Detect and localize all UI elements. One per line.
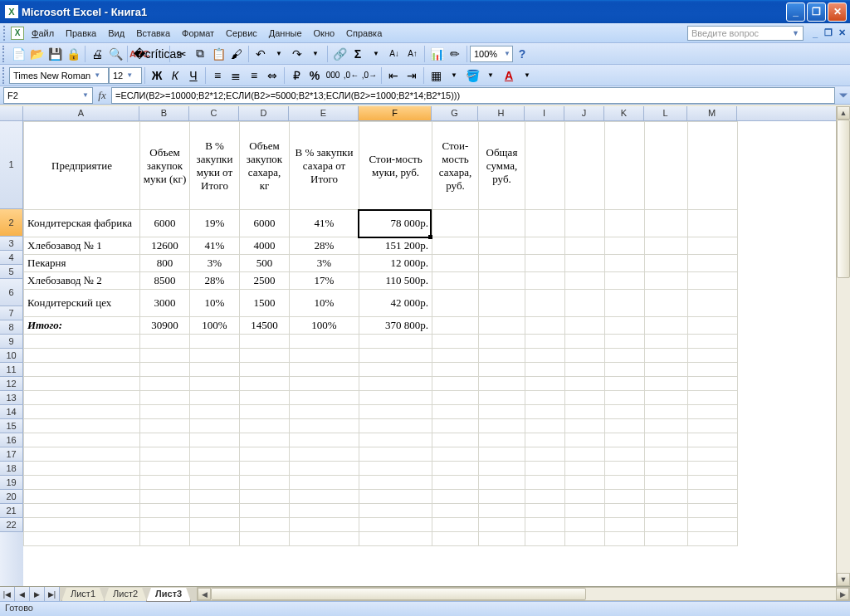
cell[interactable]: [240, 419, 290, 433]
column-header[interactable]: A: [23, 106, 139, 120]
chart-wizard-icon[interactable]: 📊: [427, 45, 446, 63]
cell[interactable]: [432, 210, 479, 237]
comma-style-icon[interactable]: 000: [324, 66, 342, 85]
cell[interactable]: [525, 377, 565, 391]
cell[interactable]: [565, 272, 605, 290]
cell[interactable]: [359, 377, 432, 391]
sort-desc-icon[interactable]: A↑: [403, 45, 422, 63]
research-icon[interactable]: �críticas: [149, 45, 167, 63]
row-header[interactable]: 9: [0, 335, 23, 349]
print-preview-icon[interactable]: 🔍: [106, 45, 125, 63]
cell[interactable]: [479, 518, 525, 532]
cut-icon[interactable]: ✂: [173, 45, 191, 63]
cell[interactable]: [565, 391, 605, 405]
cell[interactable]: [240, 518, 290, 532]
last-tab-icon[interactable]: ▶|: [45, 587, 60, 601]
column-header[interactable]: M: [687, 106, 737, 120]
cell[interactable]: [24, 363, 140, 377]
scroll-thumb[interactable]: [211, 588, 586, 600]
cell[interactable]: [565, 349, 605, 363]
cell[interactable]: Стои-мость муки, руб.: [359, 122, 432, 210]
cell[interactable]: [190, 532, 240, 546]
cell[interactable]: [479, 504, 525, 518]
cell[interactable]: Общая сумма, руб.: [479, 122, 525, 210]
cell[interactable]: [688, 391, 738, 405]
cell[interactable]: [645, 317, 688, 335]
cell[interactable]: [688, 377, 738, 391]
cell[interactable]: 14500: [240, 317, 290, 335]
cell[interactable]: [479, 210, 525, 237]
cell[interactable]: [24, 433, 140, 447]
cell[interactable]: [24, 490, 140, 504]
italic-icon[interactable]: К: [166, 66, 184, 85]
cell[interactable]: [190, 335, 240, 349]
cell[interactable]: [479, 377, 525, 391]
cell[interactable]: [688, 210, 738, 237]
cell[interactable]: [432, 255, 479, 272]
borders-icon[interactable]: ▦: [427, 66, 445, 85]
cell[interactable]: 10%: [290, 290, 359, 317]
row-header[interactable]: 2: [0, 209, 23, 237]
cell[interactable]: [479, 419, 525, 433]
cell[interactable]: [240, 363, 290, 377]
row-header[interactable]: 15: [0, 419, 23, 433]
cell[interactable]: [140, 462, 190, 476]
row-header[interactable]: 19: [0, 476, 23, 490]
cell[interactable]: [432, 272, 479, 290]
cell[interactable]: [432, 490, 479, 504]
cell[interactable]: Хлебозавод № 2: [24, 272, 140, 290]
cell[interactable]: [688, 490, 738, 504]
paste-icon[interactable]: 📋: [209, 45, 227, 63]
cell[interactable]: [688, 122, 738, 210]
cell[interactable]: [140, 335, 190, 349]
doc-close-button[interactable]: ✕: [835, 27, 848, 39]
cell[interactable]: 30900: [140, 317, 190, 335]
cell[interactable]: [645, 122, 688, 210]
cell[interactable]: [645, 335, 688, 349]
cell[interactable]: [605, 317, 645, 335]
cell[interactable]: [525, 532, 565, 546]
cell[interactable]: [24, 405, 140, 419]
cell[interactable]: [24, 462, 140, 476]
cell[interactable]: [565, 363, 605, 377]
cell[interactable]: [359, 349, 432, 363]
cell[interactable]: [24, 391, 140, 405]
sheet-tab[interactable]: Лист2: [104, 588, 147, 602]
cell[interactable]: 19%: [190, 210, 240, 237]
cell[interactable]: [190, 419, 240, 433]
decrease-decimal-icon[interactable]: ,0→: [360, 66, 379, 85]
menu-window[interactable]: Окно: [308, 26, 341, 41]
cell[interactable]: [645, 290, 688, 317]
cell[interactable]: [645, 237, 688, 255]
cell[interactable]: [240, 532, 290, 546]
cell[interactable]: 17%: [290, 272, 359, 290]
cell[interactable]: 12 000р.: [359, 255, 432, 272]
cell[interactable]: [525, 317, 565, 335]
close-button[interactable]: ✕: [828, 2, 847, 22]
cell[interactable]: [432, 447, 479, 462]
grip-icon[interactable]: [2, 46, 7, 62]
row-header[interactable]: 18: [0, 462, 23, 476]
cell[interactable]: [479, 255, 525, 272]
row-header[interactable]: 5: [0, 265, 23, 279]
menu-edit[interactable]: Правка: [60, 26, 102, 41]
cell[interactable]: [565, 490, 605, 504]
cell[interactable]: [688, 405, 738, 419]
menu-view[interactable]: Вид: [102, 26, 130, 41]
chevron-down-icon[interactable]: ▼: [481, 66, 500, 85]
cell[interactable]: [432, 462, 479, 476]
cells-area[interactable]: ПредприятиеОбъем закупок муки (кг)В % за…: [23, 121, 850, 586]
grip-icon[interactable]: [2, 67, 7, 84]
cell[interactable]: [645, 518, 688, 532]
cell[interactable]: [290, 490, 359, 504]
cell[interactable]: [565, 476, 605, 490]
cell[interactable]: [525, 433, 565, 447]
cell[interactable]: [645, 433, 688, 447]
cell[interactable]: [565, 532, 605, 546]
cell[interactable]: [525, 210, 565, 237]
print-icon[interactable]: 🖨: [88, 45, 106, 63]
cell[interactable]: [290, 377, 359, 391]
cell[interactable]: [359, 518, 432, 532]
excel-doc-icon[interactable]: X: [11, 27, 24, 40]
cell[interactable]: [645, 210, 688, 237]
